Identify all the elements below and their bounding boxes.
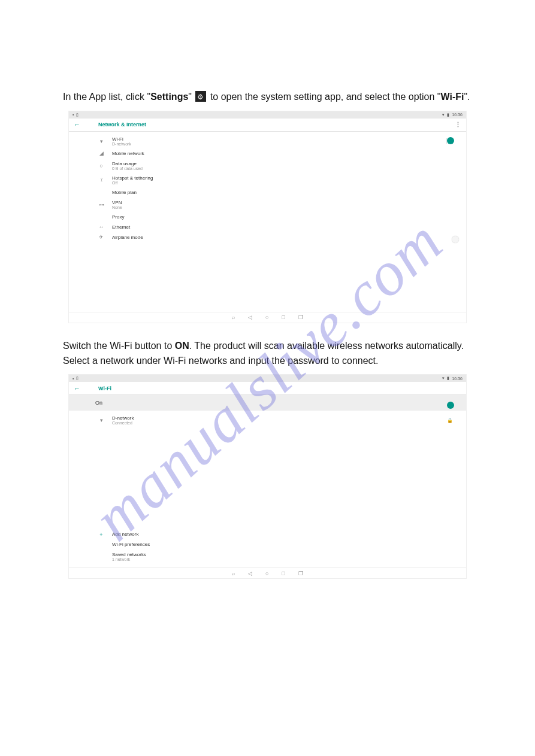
row-mobile-plan[interactable]: Mobile plan: [69, 187, 466, 198]
vpn-icon: ⊶: [98, 202, 105, 208]
screenshot-wifi-settings: ▪ ▯ ▾ ▮ 16:36 ← Wi-Fi On ▾ D-network Con…: [68, 374, 467, 579]
row-ethernet[interactable]: ↔ Ethernet: [69, 222, 466, 232]
status-bar: ▪ ▯ ▾ ▮ 16:36: [69, 375, 466, 382]
back-arrow-icon[interactable]: ←: [74, 385, 80, 392]
row-saved-networks[interactable]: Saved networks 1 network: [69, 549, 466, 564]
title-bar: ← Wi-Fi: [69, 382, 466, 395]
nav-home-icon[interactable]: ○: [265, 314, 268, 320]
signal-icon: ◢: [98, 150, 105, 156]
row-hotspot[interactable]: ⟟ Hotspot & tethering Off: [69, 173, 466, 187]
nav-back-icon[interactable]: ◁: [248, 570, 252, 576]
nav-home-icon[interactable]: ○: [265, 570, 268, 576]
status-icon: ▯: [76, 113, 78, 117]
hotspot-icon: ⟟: [98, 177, 105, 183]
airplane-icon: ✈: [98, 234, 105, 240]
row-proxy[interactable]: Proxy: [69, 212, 466, 222]
wifi-icon: ▾: [98, 138, 105, 144]
lock-icon: 🔒: [447, 418, 453, 423]
screenshot-network-settings: ▪ ▯ ▾ ▮ 16:36 ← Network & Internet ⋮ ▾ W…: [68, 111, 467, 323]
wifi-status-icon: ▾: [442, 113, 445, 117]
row-airplane-mode[interactable]: ✈ Airplane mode: [69, 232, 466, 242]
row-network-dnetwork[interactable]: ▾ D-network Connected 🔒: [69, 413, 466, 427]
title-bar: ← Network & Internet ⋮: [69, 119, 466, 132]
status-icon: ▯: [76, 376, 78, 381]
row-add-network[interactable]: + Add network: [69, 529, 466, 539]
page-title: Network & Internet: [98, 122, 146, 127]
nav-volume-icon[interactable]: ⌕: [232, 570, 235, 576]
ethernet-icon: ↔: [98, 224, 105, 230]
status-icon: ▪: [72, 113, 74, 117]
nav-screenshot-icon[interactable]: ❐: [298, 570, 303, 576]
nav-back-icon[interactable]: ◁: [248, 314, 252, 320]
battery-icon: ▮: [447, 113, 449, 117]
wifi-on-row[interactable]: On: [69, 395, 466, 411]
row-wifi-preferences[interactable]: Wi-Fi preferences: [69, 539, 466, 549]
battery-icon: ▮: [447, 376, 449, 381]
row-vpn[interactable]: ⊶ VPN None: [69, 198, 466, 212]
nav-recent-icon[interactable]: □: [282, 314, 285, 320]
nav-screenshot-icon[interactable]: ❐: [298, 314, 303, 320]
wifi-icon: ▾: [98, 417, 105, 423]
clock: 16:36: [452, 377, 463, 381]
instruction-2: Switch the Wi-Fi button to ON. The produ…: [63, 339, 472, 369]
status-bar: ▪ ▯ ▾ ▮ 16:36: [69, 111, 466, 119]
nav-volume-icon[interactable]: ⌕: [232, 314, 235, 320]
wifi-status-icon: ▾: [442, 376, 445, 381]
clock: 16:36: [452, 113, 463, 117]
row-wifi[interactable]: ▾ Wi-Fi D-network: [69, 134, 466, 148]
instruction-1: In the App list, click "Settings" to ope…: [63, 90, 472, 105]
row-data-usage[interactable]: ○ Data usage 0 B of data used: [69, 159, 466, 173]
nav-recent-icon[interactable]: □: [282, 570, 285, 576]
back-arrow-icon[interactable]: ←: [74, 121, 80, 128]
nav-bar: ⌕ ◁ ○ □ ❐: [69, 567, 466, 578]
data-icon: ○: [98, 163, 105, 169]
status-icon: ▪: [72, 377, 74, 381]
plus-icon: +: [98, 532, 105, 538]
row-mobile-network[interactable]: ◢ Mobile network: [69, 148, 466, 159]
overflow-menu-icon[interactable]: ⋮: [455, 121, 461, 129]
settings-icon: [195, 91, 206, 102]
page-title: Wi-Fi: [98, 385, 111, 391]
nav-bar: ⌕ ◁ ○ □ ❐: [69, 312, 466, 323]
